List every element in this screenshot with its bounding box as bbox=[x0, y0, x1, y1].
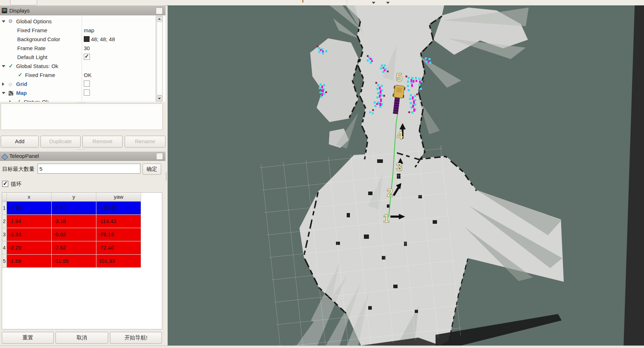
top-toolbar bbox=[0, 0, 644, 6]
tree-label: Frame Rate bbox=[17, 45, 45, 51]
collapse-arrow-icon[interactable] bbox=[2, 82, 4, 86]
reset-button[interactable]: 重置 bbox=[2, 332, 54, 344]
tree-row-global-status[interactable]: ✓ Global Status: Ok bbox=[0, 62, 155, 71]
waypoint-label-3: 3 bbox=[396, 161, 402, 173]
table-cell[interactable]: -72.40 bbox=[96, 241, 141, 254]
table-cell[interactable]: -1.59 bbox=[7, 255, 51, 267]
rviz-window: Displays ⚙ Global Options Fixed Frame ma… bbox=[0, 0, 644, 348]
tree-label: Fixed Frame bbox=[17, 27, 47, 33]
tree-row-grid[interactable]: ◇ Grid bbox=[0, 80, 155, 89]
panel-splitter[interactable] bbox=[0, 149, 165, 150]
render-viewport[interactable]: 5 4 3 2 1 bbox=[168, 5, 644, 345]
scroll-down-button[interactable] bbox=[157, 96, 163, 101]
column-header-x[interactable]: x bbox=[7, 193, 52, 202]
tree-row-global-options[interactable]: ⚙ Global Options bbox=[0, 17, 155, 26]
tree-label: Global Status: Ok bbox=[16, 63, 58, 69]
table-cell[interactable]: -2.33 bbox=[7, 228, 51, 241]
tree-row-fixed-frame-status[interactable]: ✓ Fixed Frame OK bbox=[0, 71, 155, 80]
map-canvas[interactable]: 5 4 3 2 1 bbox=[168, 5, 644, 345]
status-ok-check-icon: ✓ bbox=[9, 63, 13, 69]
table-cell[interactable]: -1.23 bbox=[52, 202, 96, 214]
tree-value: OK bbox=[84, 72, 92, 78]
waypoint-label-1: 1 bbox=[383, 212, 389, 225]
default-light-checkbox[interactable] bbox=[84, 54, 90, 60]
cancel-button[interactable]: 取消 bbox=[56, 332, 108, 344]
status-ok-check-icon: ✓ bbox=[16, 98, 21, 102]
chevron-down-icon[interactable] bbox=[386, 2, 390, 4]
chevron-down-icon[interactable] bbox=[372, 2, 375, 4]
waypoint-label-4: 4 bbox=[397, 129, 403, 142]
panel-float-button[interactable] bbox=[156, 153, 163, 160]
table-cell[interactable]: -11.55 bbox=[52, 255, 96, 267]
scrollbar-thumb[interactable] bbox=[157, 21, 163, 95]
expand-arrow-icon[interactable] bbox=[2, 65, 5, 67]
tree-label: Status: Ok bbox=[24, 99, 49, 102]
tree-label: Global Options bbox=[16, 18, 52, 24]
waypoint-label-2: 2 bbox=[387, 187, 393, 199]
teleop-panel-title: TeleopPanel bbox=[9, 153, 39, 159]
gear-icon: ⚙ bbox=[8, 18, 13, 24]
map-enabled-checkbox[interactable] bbox=[84, 90, 90, 96]
tree-value[interactable]: 48; 48; 48 bbox=[91, 36, 115, 42]
index-column-header[interactable] bbox=[2, 193, 7, 202]
tree-value[interactable]: map bbox=[84, 27, 94, 33]
table-cell[interactable]: -2.20 bbox=[7, 241, 51, 254]
goal-count-input[interactable] bbox=[38, 164, 140, 174]
scroll-up-button[interactable] bbox=[157, 16, 163, 22]
row-index[interactable]: 4 bbox=[2, 241, 7, 255]
displays-tree[interactable]: ⚙ Global Options Fixed Frame map Backgro… bbox=[0, 15, 165, 102]
toolbar-button-partial[interactable] bbox=[10, 0, 37, 5]
toolbar-marker bbox=[302, 0, 303, 3]
row-index[interactable]: 2 bbox=[2, 215, 7, 228]
table-cell[interactable]: -79.18 bbox=[96, 228, 141, 241]
loop-label: 循环 bbox=[11, 181, 21, 188]
status-ok-check-icon: ✓ bbox=[18, 72, 23, 78]
tree-row-fixed-frame[interactable]: Fixed Frame map bbox=[0, 26, 155, 35]
toolbar-separator bbox=[347, 0, 347, 5]
table-cell[interactable]: -7.62 bbox=[52, 241, 96, 254]
table-cell[interactable]: -1.94 bbox=[7, 215, 51, 228]
displays-panel-titlebar[interactable]: Displays bbox=[0, 5, 165, 16]
table-cell[interactable]: -170.43 bbox=[96, 202, 141, 214]
column-header-y[interactable]: y bbox=[52, 193, 96, 202]
column-header-yaw[interactable]: yaw bbox=[96, 193, 141, 202]
tree-row-default-light[interactable]: Default Light bbox=[0, 53, 155, 62]
tree-row-background-color[interactable]: Background Color 48; 48; 48 bbox=[0, 35, 155, 44]
add-button[interactable]: Add bbox=[1, 136, 39, 148]
waypoint-table[interactable]: x y yaw 1 -1.98 -1.23 -170.43 2 -1.94 -3… bbox=[2, 192, 162, 329]
grid-display-icon: ◇ bbox=[9, 81, 12, 87]
remove-button[interactable]: Remove bbox=[82, 136, 122, 148]
tree-row-map[interactable]: Map bbox=[0, 89, 155, 98]
confirm-button[interactable]: 确定 bbox=[143, 164, 161, 175]
loop-checkbox[interactable] bbox=[2, 181, 8, 187]
map-display-icon bbox=[9, 91, 13, 96]
panel-float-button[interactable] bbox=[156, 8, 163, 14]
teleop-panel-icon bbox=[1, 154, 8, 160]
tree-label: Background Color bbox=[17, 36, 60, 42]
expand-arrow-icon[interactable] bbox=[2, 92, 5, 94]
table-cell[interactable]: -1.98 bbox=[7, 202, 51, 214]
window-bottom-strip bbox=[0, 345, 644, 348]
table-cell[interactable]: -3.18 bbox=[52, 215, 96, 228]
tree-row-frame-rate[interactable]: Frame Rate 30 bbox=[0, 44, 155, 53]
table-cell[interactable]: -5.02 bbox=[52, 228, 96, 241]
row-index[interactable]: 3 bbox=[2, 228, 7, 241]
tree-scrollbar[interactable] bbox=[155, 15, 163, 102]
expand-arrow-icon[interactable] bbox=[2, 20, 5, 23]
table-cell[interactable]: -114.42 bbox=[96, 215, 141, 228]
table-cell[interactable]: 101.33 bbox=[96, 255, 141, 267]
rename-button[interactable]: Rename bbox=[125, 136, 165, 148]
displays-panel-title: Displays bbox=[9, 8, 30, 14]
row-index[interactable]: 5 bbox=[2, 255, 7, 268]
goal-count-label: 目标最大数量 bbox=[2, 166, 34, 173]
tree-label: Map bbox=[16, 90, 27, 96]
waypoint-label-5: 5 bbox=[396, 71, 402, 84]
tree-value[interactable]: 30 bbox=[84, 45, 90, 51]
color-swatch[interactable] bbox=[84, 36, 90, 42]
tree-label: Fixed Frame bbox=[25, 72, 55, 78]
row-index[interactable]: 1 bbox=[2, 202, 7, 215]
duplicate-button[interactable]: Duplicate bbox=[40, 136, 81, 148]
teleop-panel-titlebar[interactable]: TeleopPanel bbox=[0, 151, 165, 161]
start-navigation-button[interactable]: 开始导航! bbox=[110, 332, 162, 344]
grid-enabled-checkbox[interactable] bbox=[84, 81, 90, 87]
